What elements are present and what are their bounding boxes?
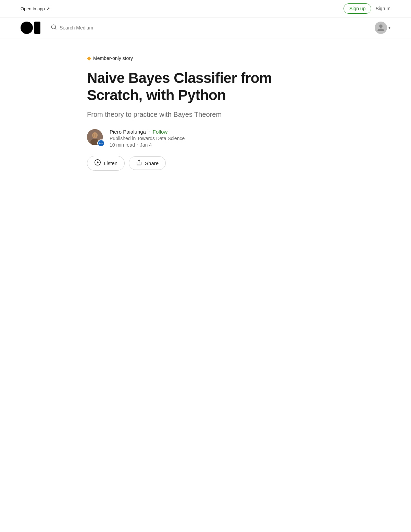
svg-point-3 (92, 132, 98, 138)
author-name-row: Piero Paialunga · Follow (110, 129, 185, 135)
meta-row: 10 min read · Jan 4 (110, 142, 185, 148)
banner-actions: Sign up Sign In (344, 3, 390, 14)
follow-button[interactable]: Follow (153, 129, 167, 135)
diamond-icon: ◆ (87, 55, 91, 61)
user-avatar-button[interactable]: ▾ (375, 22, 390, 34)
publication-row: Published in Towards Data Science (110, 136, 185, 141)
navbar-right: ▾ (375, 22, 390, 34)
read-time: 10 min read (110, 142, 135, 148)
article-subtitle: From theory to practice with Bayes Theor… (87, 110, 324, 119)
article-container: ◆ Member-only story Naive Bayes Classifi… (79, 38, 332, 198)
search-icon (51, 24, 57, 32)
author-avatar-wrap: tds (87, 129, 105, 147)
svg-point-5 (94, 135, 95, 136)
meta-separator: · (137, 143, 138, 147)
svg-marker-8 (97, 161, 99, 163)
article-title: Naive Bayes Classifier from Scratch, wit… (87, 70, 324, 104)
svg-line-1 (55, 28, 56, 29)
open-in-app-text: Open in app (21, 6, 45, 11)
author-section: tds Piero Paialunga · Follow Published i… (87, 129, 324, 148)
signup-button[interactable]: Sign up (344, 3, 371, 14)
navbar: ▾ (0, 17, 411, 38)
author-info: Piero Paialunga · Follow Published in To… (110, 129, 185, 148)
svg-point-6 (96, 135, 97, 136)
share-button[interactable]: Share (129, 156, 166, 170)
share-icon (136, 159, 142, 167)
member-badge: ◆ Member-only story (87, 55, 324, 61)
medium-logo[interactable] (21, 22, 40, 34)
search-input[interactable] (60, 25, 160, 30)
signin-button[interactable]: Sign In (375, 6, 390, 11)
share-svg-icon (136, 159, 142, 165)
avatar (375, 22, 387, 34)
external-link-icon: ↗ (46, 6, 50, 11)
publication-link[interactable]: Published in Towards Data Science (110, 136, 185, 141)
open-in-app-link[interactable]: Open in app ↗ (21, 6, 50, 11)
listen-label: Listen (104, 160, 117, 166)
action-buttons: Listen Share (87, 156, 324, 171)
chevron-down-icon: ▾ (388, 25, 390, 30)
listen-button[interactable]: Listen (87, 156, 125, 171)
tds-publication-badge: tds (97, 139, 105, 147)
member-only-label: Member-only story (93, 55, 133, 61)
share-label: Share (145, 160, 159, 166)
play-icon (94, 159, 101, 168)
publish-date: Jan 4 (140, 142, 152, 148)
name-separator: · (149, 129, 150, 134)
user-icon (377, 24, 385, 32)
logo-rect (34, 22, 40, 34)
search-container (51, 24, 160, 32)
top-banner: Open in app ↗ Sign up Sign In (0, 0, 411, 17)
author-name[interactable]: Piero Paialunga (110, 129, 146, 135)
play-circle-icon (94, 159, 101, 166)
logo-circle (21, 22, 33, 34)
